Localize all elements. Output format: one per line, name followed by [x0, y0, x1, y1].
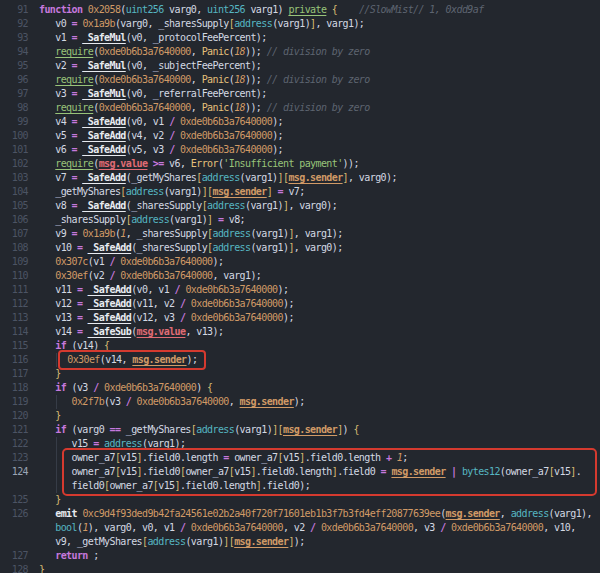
code-token: address [511, 508, 549, 519]
line-number: 112 [0, 297, 28, 311]
code-token: require [55, 158, 93, 169]
line-number: 106 [0, 213, 28, 227]
code-text: v5 = _SafeAdd(v4, v2 / 0xde0b6b3a7640000… [28, 129, 283, 143]
line-number: 104 [0, 185, 28, 199]
code-text: v4 = _SafeAdd(v0, v1 / 0xde0b6b3a7640000… [28, 115, 283, 129]
code-token: 'Insufficient payment' [223, 158, 342, 169]
code-token: varg0, [164, 4, 207, 15]
code-text: require(0xde0b6b3a7640000, Panic(18)); /… [28, 73, 370, 87]
code-token: (_getMyShares [126, 172, 196, 183]
code-token: 0x30ef [55, 270, 88, 281]
code-token: .field0.length [180, 480, 256, 491]
code-line: 109 0x307c(v1 / 0xde0b6b3a7640000); [0, 255, 600, 269]
code-token: emit [55, 508, 77, 519]
code-token: ][ [202, 186, 213, 197]
code-text: 0x30ef(v2 / 0xde0b6b3a7640000, varg1); [28, 269, 261, 283]
code-token: , v13); [185, 326, 223, 337]
code-token: msg.value [137, 326, 186, 337]
line-number: 96 [0, 73, 28, 87]
code-text: if (varg0 == _getMyShares[address(varg1)… [28, 423, 359, 437]
code-token: ; [88, 550, 99, 561]
code-token: (v3 [66, 382, 93, 393]
indent-guide [56, 451, 57, 465]
line-number: 100 [0, 129, 28, 143]
code-text: owner_a7[v15].field0[owner_a7[v15].field… [28, 465, 581, 479]
code-token: (v0, v1 [126, 116, 169, 127]
code-token: (varg1) [234, 424, 272, 435]
code-token: address [196, 424, 234, 435]
code-token [39, 494, 55, 505]
code-text: v13 = _SafeAdd(v12, v3 / 0xde0b6b3a76400… [28, 311, 294, 325]
code-token: msg.sender [391, 466, 445, 477]
code-token: Panic [202, 102, 229, 113]
code-text: emit 0xc9d4f93ded9b42fa24561e02b2a40f720… [28, 507, 592, 521]
code-line: 126 emit 0xc9d4f93ded9b42fa24561e02b2a40… [0, 507, 600, 521]
code-line: 104 _getMyShares[address(varg1)][msg.sen… [0, 185, 600, 199]
code-token: 0x2058 [88, 4, 121, 15]
code-token: v6 [39, 144, 72, 155]
code-line: field0[owner_a7[v15].field0.length].fiel… [0, 479, 600, 493]
line-number: 117 [0, 367, 28, 381]
code-token: 0xde0b6b3a7640000 [180, 130, 272, 141]
code-token: address [212, 242, 250, 253]
code-token: _sharesSupply [39, 214, 126, 225]
code-token: } [55, 368, 60, 379]
code-token: msg.sender [288, 172, 342, 183]
code-token: ) [196, 382, 207, 393]
code-line: 118 if (v3 / 0xde0b6b3a7640000) { [0, 381, 600, 395]
code-editor-viewport[interactable]: 91function 0x2058(uint256 varg0, uint256… [0, 0, 600, 573]
code-token: v14 [39, 326, 77, 337]
code-token: v3 [39, 88, 72, 99]
code-token: v10 [39, 242, 77, 253]
code-token: )); [245, 46, 267, 57]
code-token: uint256 [126, 4, 164, 15]
code-line: 103 v7 = _SafeAdd(_getMyShares[address(v… [0, 171, 600, 185]
code-text: 0x307c(v1 / 0xde0b6b3a7640000); [28, 255, 223, 269]
code-token: require [55, 46, 93, 57]
code-token: _SafeAdd [88, 298, 131, 309]
code-token: >= [153, 158, 164, 169]
code-token [39, 410, 55, 421]
code-token: owner_a7 [229, 452, 278, 463]
code-token: _SafeAdd [88, 312, 131, 323]
code-token: (v1 [88, 256, 110, 267]
code-token: 0x1a9b [82, 228, 115, 239]
code-token: 18 [234, 102, 245, 113]
code-line: 116 0x30ef(v14, msg.sender); [0, 353, 600, 367]
code-token: 0xde0b6b3a7640000 [99, 74, 191, 85]
code-text: if (v3 / 0xde0b6b3a7640000) { [28, 381, 212, 395]
line-number: 111 [0, 283, 28, 297]
line-number: 102 [0, 157, 28, 171]
code-token: ); [294, 396, 305, 407]
code-text: v10 = _SafeAdd(_sharesSupply[address(var… [28, 241, 343, 255]
code-token: (varg1) [185, 536, 223, 547]
code-line: 95 v2 = _SafeMul(v0, _subjectFeePercent)… [0, 59, 600, 73]
code-token: v4 [39, 116, 72, 127]
code-token [39, 256, 55, 267]
code-line: 102 require(msg.value >= v6, Error('Insu… [0, 157, 600, 171]
code-token: address [104, 438, 142, 449]
code-token: return [55, 550, 88, 561]
code-token: .field0 [337, 466, 380, 477]
line-number: 126 [0, 507, 28, 521]
code-text: _getMyShares[address(varg1)][msg.sender]… [28, 185, 305, 199]
code-token: msg.sender [283, 424, 337, 435]
code-token: .field0.length [142, 452, 223, 463]
code-token: 0x2f7b [72, 396, 105, 407]
code-token: //SlowMist// 1, 0xdd9af [337, 4, 483, 15]
code-line: bool(1), varg0, v0, v1 / 0xde0b6b3a76400… [0, 521, 600, 535]
code-line: 94 require(0xde0b6b3a7640000, Panic(18))… [0, 45, 600, 59]
code-line: 117 } [0, 367, 600, 381]
code-text: } [28, 409, 61, 423]
code-text: v14 = _SafeSub(msg.value, v13); [28, 325, 223, 339]
line-number: 121 [0, 423, 28, 437]
code-token: v2 [39, 60, 72, 71]
code-token [39, 74, 55, 85]
code-token: (varg1) [164, 186, 202, 197]
code-line: 107 v9 = 0x1a9b(1, _sharesSupply[address… [0, 227, 600, 241]
code-token: v11 [39, 284, 77, 295]
code-token [39, 424, 55, 435]
line-number: 94 [0, 45, 28, 59]
code-text: v11 = _SafeAdd(v0, v1 / 0xde0b6b3a764000… [28, 283, 288, 297]
code-token: )); [245, 102, 267, 113]
